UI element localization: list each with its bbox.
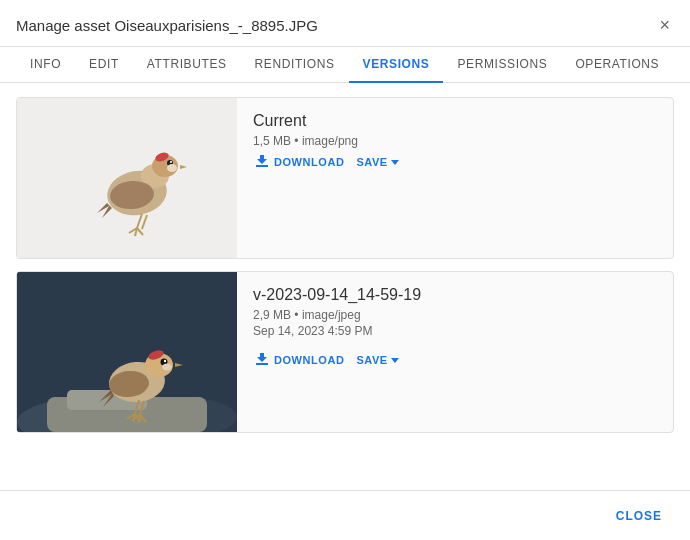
version-card-current: Current 1,5 MB • image/png DOWNLOAD SAVE (16, 97, 674, 259)
save-button-current[interactable]: SAVE (354, 152, 400, 172)
version-actions-current: DOWNLOAD SAVE (253, 150, 657, 174)
version-date-v1: Sep 14, 2023 4:59 PM (253, 324, 657, 338)
tab-attributes[interactable]: ATTRIBUTES (133, 47, 241, 83)
version-info-current: Current 1,5 MB • image/png DOWNLOAD SAVE (237, 98, 673, 188)
download-button-current[interactable]: DOWNLOAD (253, 150, 346, 174)
download-button-v1[interactable]: DOWNLOAD (253, 348, 346, 372)
svg-point-15 (167, 164, 177, 172)
dialog-header: Manage asset Oiseauxparisiens_-_8895.JPG… (0, 0, 690, 47)
versions-content: Current 1,5 MB • image/png DOWNLOAD SAVE (0, 83, 690, 480)
tab-renditions[interactable]: RENDITIONS (241, 47, 349, 83)
version-meta-current: 1,5 MB • image/png (253, 134, 657, 148)
download-icon-v1 (255, 352, 269, 368)
svg-point-5 (170, 161, 172, 163)
save-button-v1[interactable]: SAVE (354, 350, 400, 370)
version-card-v1: v-2023-09-14_14-59-19 2,9 MB • image/jpe… (16, 271, 674, 433)
tab-permissions[interactable]: PERMISSIONS (443, 47, 561, 83)
svg-rect-16 (256, 165, 268, 167)
dialog-footer: CLOSE (0, 490, 690, 540)
version-title-current: Current (253, 112, 657, 130)
tab-operations[interactable]: OPERATIONS (561, 47, 673, 83)
version-thumbnail-v1 (17, 272, 237, 432)
svg-rect-39 (256, 363, 268, 365)
close-button[interactable]: CLOSE (604, 501, 674, 531)
version-meta-v1: 2,9 MB • image/jpeg (253, 308, 657, 322)
dialog-title: Manage asset Oiseauxparisiens_-_8895.JPG (16, 17, 318, 34)
version-thumbnail-current (17, 98, 237, 258)
download-icon-current (255, 154, 269, 170)
save-chevron-v1 (391, 358, 399, 363)
svg-point-29 (162, 364, 172, 371)
tab-versions[interactable]: VERSIONS (349, 47, 444, 83)
svg-point-26 (164, 360, 166, 362)
version-title-v1: v-2023-09-14_14-59-19 (253, 286, 657, 304)
save-chevron-current (391, 160, 399, 165)
tab-edit[interactable]: EDIT (75, 47, 133, 83)
version-actions-v1: DOWNLOAD SAVE (253, 348, 657, 372)
tab-info[interactable]: INFO (16, 47, 75, 83)
version-info-v1: v-2023-09-14_14-59-19 2,9 MB • image/jpe… (237, 272, 673, 386)
dialog-close-icon[interactable]: × (655, 14, 674, 36)
tabs-bar: INFO EDIT ATTRIBUTES RENDITIONS VERSIONS… (0, 47, 690, 83)
